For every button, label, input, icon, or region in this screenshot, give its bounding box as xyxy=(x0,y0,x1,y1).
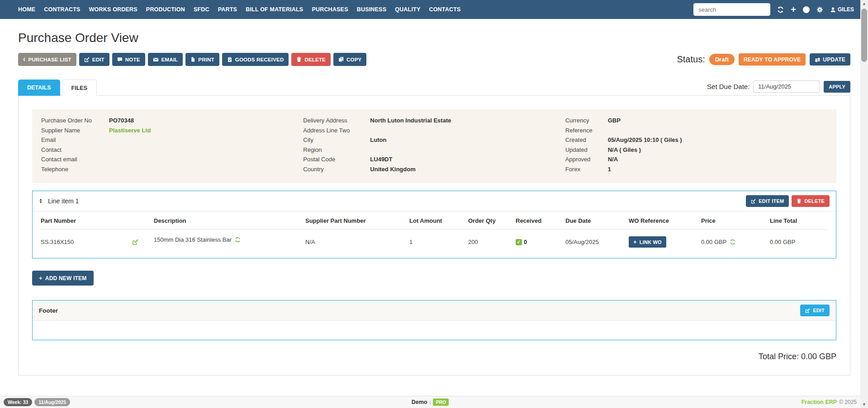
scrollbar-thumb[interactable] xyxy=(861,9,867,62)
due-date-value: 05/Aug/2025 xyxy=(565,230,629,257)
field-label: Region xyxy=(303,146,370,153)
purchase-order-no: PO70348 xyxy=(109,117,134,124)
nav-item-works-orders[interactable]: WORKS ORDERS xyxy=(89,6,138,13)
print-button[interactable]: PRINT xyxy=(185,53,219,66)
refresh-description-icon[interactable] xyxy=(235,237,241,243)
currency-value: GBP xyxy=(608,117,621,124)
copy-icon xyxy=(338,56,344,62)
separator: | xyxy=(430,399,431,405)
col-line-total: Line Total xyxy=(770,211,828,230)
plus-icon: + xyxy=(39,275,43,281)
environment-label: Demo|PRO xyxy=(0,399,860,405)
bottom-status-bar: Week: 33 11/Aug/2025 Demo|PRO Fraction E… xyxy=(0,396,860,408)
tab-details[interactable]: DETAILS xyxy=(18,80,60,96)
total-price: Total Price: 0.00 GBP xyxy=(32,352,836,361)
field-label: Updated xyxy=(565,146,608,153)
edit-item-button[interactable]: EDIT ITEM xyxy=(746,195,789,207)
order-qty-value: 200 xyxy=(468,230,516,257)
line-item-panel: ▲▼ Line item 1 EDIT ITEM DELETE xyxy=(32,191,836,258)
nav-item-business[interactable]: BUSINESS xyxy=(357,6,387,13)
approved-value: N/A xyxy=(608,156,618,163)
nav-item-production[interactable]: PRODUCTION xyxy=(146,6,185,13)
top-navbar: HOME CONTRACTS WORKS ORDERS PRODUCTION S… xyxy=(0,0,860,19)
col-price: Price xyxy=(701,211,770,230)
supplier-part-number-value: N/A xyxy=(305,230,409,257)
scroll-down-arrow[interactable]: ▼ xyxy=(860,401,868,408)
nav-menu: HOME CONTRACTS WORKS ORDERS PRODUCTION S… xyxy=(18,6,461,13)
scroll-up-arrow[interactable]: ▲ xyxy=(860,0,868,7)
drag-sort-icon[interactable]: ▲▼ xyxy=(39,198,43,204)
gear-icon[interactable] xyxy=(816,6,823,13)
line-total-value: 0.00 GBP xyxy=(770,230,828,257)
username: GILES xyxy=(838,6,854,13)
user-menu[interactable]: GILES xyxy=(830,6,854,13)
nav-item-quality[interactable]: QUALITY xyxy=(395,6,420,13)
delete-item-button[interactable]: DELETE xyxy=(792,195,830,207)
refresh-icon[interactable] xyxy=(777,6,784,13)
help-icon[interactable] xyxy=(803,6,810,13)
toolbar: ‹ PURCHASE LIST EDIT NOTE EMAIL PRINT xyxy=(18,53,366,66)
nav-item-sfdc[interactable]: SFDC xyxy=(194,6,209,13)
refresh-price-icon[interactable] xyxy=(730,239,735,245)
purchase-list-button[interactable]: ‹ PURCHASE LIST xyxy=(18,53,76,66)
due-date-label: Set Due Date: xyxy=(707,83,749,90)
update-button[interactable]: ⇄ UPDATE xyxy=(810,53,850,66)
field-label: Telephone xyxy=(41,166,109,173)
nav-item-contacts[interactable]: CONTACTS xyxy=(429,6,460,13)
received-check-icon: ✓ xyxy=(516,239,522,245)
search-input[interactable] xyxy=(693,3,770,16)
link-wo-button[interactable]: + LINK WO xyxy=(629,236,666,248)
nav-item-bill-of-materials[interactable]: BILL OF MATERIALS xyxy=(246,6,303,13)
note-button[interactable]: NOTE xyxy=(112,53,145,66)
supplier-name-link[interactable]: Plastiserve Ltd xyxy=(109,127,151,134)
field-label: Delivery Address xyxy=(303,117,370,124)
file-icon xyxy=(190,56,195,62)
col-due-date: Due Date xyxy=(565,211,629,230)
part-number-value: SS.316X150 xyxy=(41,239,74,245)
brand-link[interactable]: Fraction ERP xyxy=(802,399,837,405)
plus-icon: + xyxy=(633,239,637,245)
copyright: © 2025 xyxy=(839,399,857,405)
field-label: Approved xyxy=(565,156,608,163)
status-area: Status: Draft READY TO APPROVE ⇄ UPDATE xyxy=(677,53,850,66)
pro-badge: PRO xyxy=(433,399,449,406)
country-value: United Kingdom xyxy=(370,166,415,173)
line-item-row: SS.316X150 150mm Dia 316 Stainless Bar xyxy=(41,230,828,257)
nav-item-contracts[interactable]: CONTRACTS xyxy=(44,6,80,13)
goods-received-button[interactable]: GOODS RECEIVED xyxy=(222,53,289,66)
apply-button[interactable]: APPLY xyxy=(824,81,850,93)
nav-item-purchases[interactable]: PURCHASES xyxy=(312,6,348,13)
add-new-item-button[interactable]: + ADD NEW ITEM xyxy=(32,271,94,286)
copy-button[interactable]: COPY xyxy=(333,53,366,66)
edit-part-icon[interactable] xyxy=(132,239,138,245)
updated-value: N/A ( Giles ) xyxy=(608,146,641,153)
edit-button[interactable]: EDIT xyxy=(79,53,109,66)
nav-item-parts[interactable]: PARTS xyxy=(218,6,237,13)
postal-code-value: LU49DT xyxy=(370,156,392,163)
forex-value: 1 xyxy=(608,166,611,173)
price-value: 0.00 GBP xyxy=(701,239,726,245)
po-footer-panel: Footer EDIT xyxy=(32,300,836,340)
city-value: Luton xyxy=(370,136,386,143)
col-supplier-part-number: Supplier Part Number xyxy=(305,211,409,230)
add-icon[interactable]: + xyxy=(791,5,796,14)
trash-icon xyxy=(797,198,802,204)
purchase-order-page: Purchase Order View ‹ PURCHASE LIST EDIT… xyxy=(0,19,860,375)
delete-button[interactable]: DELETE xyxy=(291,53,331,66)
line-item-table: Part Number Description Supplier Part Nu… xyxy=(41,211,828,256)
envelope-icon xyxy=(153,57,159,62)
order-info-panel: Purchase Order NoPO70348 Supplier NamePl… xyxy=(32,109,836,183)
tab-files[interactable]: FILES xyxy=(62,80,97,96)
edit-footer-button[interactable]: EDIT xyxy=(800,305,830,316)
nav-item-home[interactable]: HOME xyxy=(18,6,35,13)
email-button[interactable]: EMAIL xyxy=(148,53,183,66)
field-label: Purchase Order No xyxy=(41,117,109,124)
due-date-input[interactable] xyxy=(753,80,820,93)
description-value: 150mm Dia 316 Stainless Bar xyxy=(154,236,232,243)
field-label: Address Line Two xyxy=(303,127,370,134)
field-label: Currency xyxy=(565,117,608,124)
ready-to-approve-button[interactable]: READY TO APPROVE xyxy=(739,53,806,66)
field-label: Reference xyxy=(565,127,608,134)
set-due-date-group: Set Due Date: APPLY xyxy=(707,80,850,95)
footer-panel-title: Footer xyxy=(39,307,58,314)
